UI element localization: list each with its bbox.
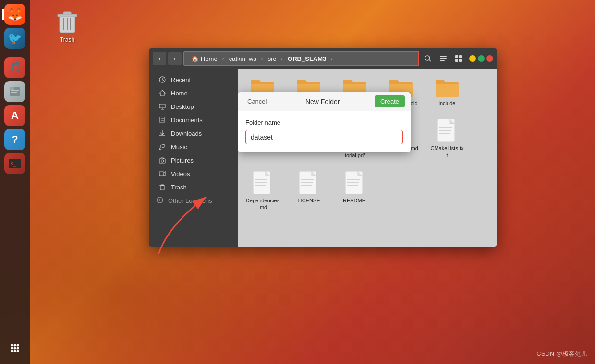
header-actions	[421, 52, 465, 65]
close-button[interactable]	[486, 55, 493, 62]
taskbar-icon-terminal[interactable]: $_	[4, 153, 25, 174]
sidebar-item-other-locations[interactable]: Other Locations	[149, 194, 238, 208]
svg-line-22	[429, 60, 431, 62]
sidebar-item-documents[interactable]: Documents	[151, 113, 236, 127]
sidebar-item-music[interactable]: Music	[151, 140, 236, 153]
svg-point-7	[14, 344, 16, 347]
home-icon: 🏠	[191, 55, 199, 62]
taskbar-icon-rhythmbox[interactable]: 🎵	[4, 57, 25, 78]
sidebar-item-recent[interactable]: Recent	[151, 73, 236, 86]
taskbar-icon-appstore[interactable]: A	[4, 105, 25, 126]
folder-name-input[interactable]	[245, 130, 403, 144]
sidebar-item-desktop[interactable]: Desktop	[151, 100, 236, 113]
file-area: build evaluation Examples	[238, 69, 497, 247]
folder-name-label: Folder name	[245, 119, 403, 126]
breadcrumb-src[interactable]: src	[265, 54, 279, 63]
sidebar-item-videos[interactable]: Videos	[151, 167, 236, 180]
video-sidebar-icon	[158, 170, 166, 177]
dialog-body: Folder name	[238, 111, 411, 152]
svg-point-13	[14, 350, 16, 352]
taskbar-icon-thunderbird[interactable]: 🐦	[4, 28, 25, 49]
svg-rect-44	[159, 172, 164, 176]
breadcrumb-more: ›	[331, 55, 333, 62]
svg-point-11	[17, 347, 19, 350]
svg-point-12	[11, 350, 13, 352]
search-button[interactable]	[421, 52, 435, 65]
watermark: CSDN @极客范儿	[536, 350, 587, 358]
sidebar-item-trash[interactable]: Trash	[151, 180, 236, 194]
sidebar-item-downloads[interactable]: Downloads	[151, 127, 236, 140]
svg-point-6	[11, 344, 13, 347]
svg-rect-42	[159, 159, 165, 163]
taskbar-icon-files[interactable]	[4, 81, 25, 102]
breadcrumb-catkin[interactable]: catkin_ws	[226, 54, 259, 63]
breadcrumb-sep-2: ›	[261, 55, 263, 62]
taskbar-icon-help[interactable]: ?	[4, 129, 25, 150]
svg-rect-2	[11, 90, 19, 91]
svg-rect-26	[455, 55, 458, 58]
file-manager-window: ‹ › 🏠 Home › catkin_ws › src › ORB_SLAM3…	[149, 48, 497, 247]
show-apps-button[interactable]	[9, 342, 21, 356]
svg-rect-24	[440, 58, 447, 59]
sidebar-label-trash: Trash	[171, 184, 187, 191]
svg-text:$_: $_	[11, 161, 17, 167]
sidebar-label-documents: Documents	[171, 117, 203, 124]
svg-rect-27	[459, 55, 462, 58]
back-button[interactable]: ‹	[153, 52, 166, 65]
sidebar-item-pictures[interactable]: Pictures	[151, 153, 236, 167]
svg-rect-45	[160, 186, 164, 190]
minimize-button[interactable]	[469, 55, 476, 62]
file-manager-header: ‹ › 🏠 Home › catkin_ws › src › ORB_SLAM3…	[149, 48, 497, 69]
trash-icon	[55, 10, 80, 35]
sidebar-label-pictures: Pictures	[171, 157, 194, 164]
sidebar-label-desktop: Desktop	[171, 103, 194, 110]
new-folder-dialog: Cancel New Folder Create Folder name	[238, 92, 411, 152]
forward-button[interactable]: ›	[168, 52, 182, 65]
sidebar-label-music: Music	[171, 143, 187, 151]
trash-label: Trash	[60, 36, 74, 43]
svg-point-9	[11, 347, 13, 350]
sidebar-label-home: Home	[171, 90, 188, 97]
sidebar-label-downloads: Downloads	[171, 130, 202, 137]
file-manager-content: Recent Home Desktop Documents	[149, 69, 497, 247]
sidebar-label-recent: Recent	[171, 76, 191, 83]
svg-point-43	[161, 160, 164, 162]
breadcrumb-sep-3: ›	[281, 55, 283, 62]
breadcrumb-home[interactable]: 🏠 Home	[188, 54, 220, 63]
home-sidebar-icon	[158, 89, 166, 97]
svg-line-32	[162, 80, 164, 81]
svg-rect-17	[58, 14, 77, 17]
svg-rect-47	[161, 185, 164, 186]
svg-rect-28	[455, 59, 458, 62]
window-controls	[469, 55, 493, 62]
clock-icon	[158, 76, 166, 83]
breadcrumb-orbslam3[interactable]: ORB_SLAM3	[285, 54, 329, 63]
trash-sidebar-icon	[158, 183, 166, 191]
svg-point-10	[14, 347, 16, 350]
taskbar-divider	[6, 53, 24, 53]
maximize-button[interactable]	[478, 55, 485, 62]
breadcrumb: 🏠 Home › catkin_ws › src › ORB_SLAM3 ›	[183, 51, 419, 66]
svg-rect-37	[160, 117, 164, 123]
create-button[interactable]: Create	[375, 95, 405, 107]
taskbar-icon-firefox[interactable]: 🦊	[4, 4, 25, 25]
desktop-sidebar-icon	[158, 103, 166, 110]
svg-rect-25	[440, 60, 445, 61]
sidebar: Recent Home Desktop Documents	[149, 69, 238, 247]
svg-rect-34	[159, 104, 165, 108]
svg-point-8	[17, 344, 19, 347]
svg-rect-29	[459, 59, 462, 62]
svg-rect-1	[10, 87, 14, 90]
svg-rect-3	[11, 92, 17, 93]
sidebar-item-home[interactable]: Home	[151, 86, 236, 100]
svg-point-14	[17, 350, 19, 352]
sidebar-label-videos: Videos	[171, 170, 190, 177]
cancel-button[interactable]: Cancel	[243, 96, 270, 107]
dialog-header: Cancel New Folder Create	[238, 92, 411, 111]
view-options-button[interactable]	[437, 52, 450, 65]
taskbar: 🦊 🐦 🎵 A ? $_	[0, 0, 30, 364]
breadcrumb-sep-1: ›	[222, 55, 224, 62]
grid-view-button[interactable]	[452, 52, 465, 65]
download-sidebar-icon	[158, 129, 166, 137]
trash-desktop-icon[interactable]: Trash	[48, 10, 86, 43]
